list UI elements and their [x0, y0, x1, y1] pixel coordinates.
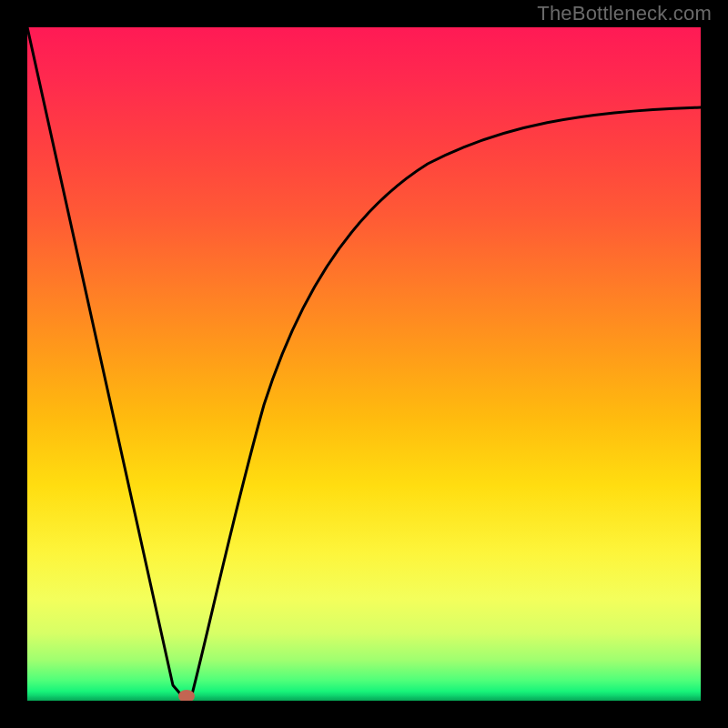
watermark-text: TheBottleneck.com: [537, 2, 712, 25]
curve-left-branch: [27, 27, 191, 698]
optimal-point-marker: [178, 690, 195, 701]
bottleneck-curve: [27, 27, 701, 701]
plot-area: [27, 27, 701, 701]
curve-right-branch: [191, 107, 701, 698]
chart-frame: TheBottleneck.com: [0, 0, 728, 728]
